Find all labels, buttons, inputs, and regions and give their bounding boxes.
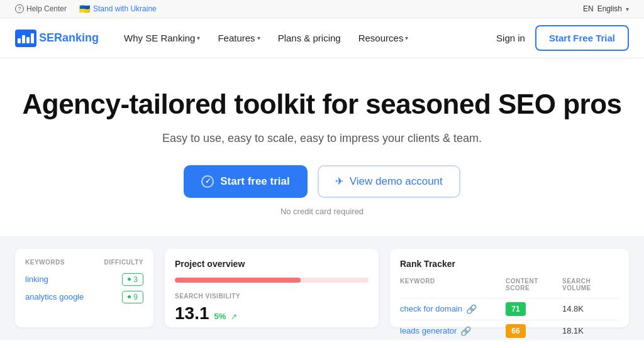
sign-in-link[interactable]: Sign in <box>496 33 525 43</box>
chevron-down-icon: ▾ <box>405 35 408 41</box>
keywords-card: KEYWORDS DIFFICULTY linking 3 analytics … <box>15 249 153 327</box>
hero-headline: Agency-tailored toolkit for seasoned SEO… <box>15 89 629 121</box>
progress-bar-fill <box>175 278 301 283</box>
rank-row-2: leads generator 🔗 66 18.1K <box>400 320 619 340</box>
logo-icon <box>15 30 36 47</box>
check-circle-icon: ✓ <box>201 175 214 188</box>
keywords-col-label: KEYWORDS <box>25 259 65 266</box>
keyword-row-2: analytics google 9 <box>25 291 143 303</box>
trend-arrow-icon: ↗ <box>231 312 237 321</box>
rank-volume-col: SEARCH VOLUME <box>562 278 619 291</box>
help-label[interactable]: Help Center <box>26 4 67 13</box>
rank-table-header: KEYWORD CONTENT SCORE SEARCH VOLUME <box>400 278 619 291</box>
logo-bar-2 <box>22 35 25 43</box>
progress-bar <box>175 278 369 283</box>
rank-card-title: Rank Tracker <box>400 259 619 269</box>
navbar: SERanking Why SE Ranking ▾ Features ▾ Pl… <box>0 18 644 58</box>
topbar: ? Help Center 🇺🇦 Stand with Ukraine EN E… <box>0 0 644 18</box>
project-card-title: Project overview <box>175 259 369 269</box>
view-demo-button[interactable]: ✈ View demo account <box>318 165 460 198</box>
search-visibility-label: SEARCH VISIBILITY <box>175 293 369 300</box>
nav-links: Why SE Ranking ▾ Features ▾ Plans & pric… <box>116 28 496 48</box>
keyword-link-1[interactable]: linking <box>25 275 48 284</box>
lang-full[interactable]: English <box>597 4 622 13</box>
chevron-down-icon: ▾ <box>197 35 200 41</box>
hero-subheadline: Easy to use, easy to scale, easy to impr… <box>15 132 629 145</box>
chevron-down-icon: ▾ <box>257 35 260 41</box>
rank-keyword-2[interactable]: leads generator <box>400 326 457 335</box>
metric-value: 13.1 5% ↗ <box>175 303 369 324</box>
search-volume-1: 14.8K <box>562 304 619 313</box>
logo-bar-4 <box>31 33 34 43</box>
keyword-row-1: linking 3 <box>25 273 143 286</box>
difficulty-col-label: DIFFICULTY <box>104 259 143 266</box>
difficulty-dot <box>128 278 131 281</box>
help-icon: ? <box>15 4 24 13</box>
start-trial-button[interactable]: Start Free Trial <box>535 25 629 51</box>
metric-percent: 5% <box>214 312 226 321</box>
bottom-section: KEYWORDS DIFFICULTY linking 3 analytics … <box>0 236 644 340</box>
lang-code: EN <box>583 4 594 13</box>
logo-bar-1 <box>18 38 21 43</box>
logo-bar-3 <box>26 37 30 43</box>
nav-right: Sign in Start Free Trial <box>496 25 629 51</box>
start-free-trial-button[interactable]: ✓ Start free trial <box>184 165 308 198</box>
search-volume-2: 18.1K <box>562 326 619 335</box>
rank-keyword-col: KEYWORD <box>400 278 506 291</box>
keyword-link-2[interactable]: analytics google <box>25 292 84 302</box>
send-icon: ✈ <box>335 175 343 187</box>
score-badge-1: 71 <box>506 302 526 316</box>
rank-keyword-1[interactable]: check for domain <box>400 304 462 313</box>
difficulty-badge-1: 3 <box>122 273 143 286</box>
rank-score-col: CONTENT SCORE <box>506 278 562 291</box>
ukraine-link[interactable]: Stand with Ukraine <box>93 4 157 13</box>
nav-item-why[interactable]: Why SE Ranking ▾ <box>116 28 208 48</box>
lang-chevron[interactable]: ▾ <box>626 6 629 13</box>
logo[interactable]: SERanking <box>15 30 99 47</box>
external-link-icon: 🔗 <box>466 304 477 314</box>
rank-tracker-card: Rank Tracker KEYWORD CONTENT SCORE SEARC… <box>390 249 629 327</box>
nav-item-resources[interactable]: Resources ▾ <box>351 28 416 48</box>
hero-section: Agency-tailored toolkit for seasoned SEO… <box>0 58 644 236</box>
project-overview-card: Project overview SEARCH VISIBILITY 13.1 … <box>165 249 379 327</box>
hero-buttons: ✓ Start free trial ✈ View demo account <box>15 165 629 198</box>
rank-row-1: check for domain 🔗 71 14.8K <box>400 298 619 320</box>
nav-item-plans[interactable]: Plans & pricing <box>270 28 348 48</box>
nav-item-features[interactable]: Features ▾ <box>210 28 267 48</box>
no-credit-card-text: No credit card required <box>15 207 629 216</box>
difficulty-badge-2: 9 <box>122 291 143 303</box>
score-badge-2: 66 <box>506 324 526 338</box>
ukraine-flag: 🇺🇦 <box>79 4 90 14</box>
external-link-icon: 🔗 <box>460 326 471 336</box>
metric-number: 13.1 <box>175 303 209 324</box>
logo-text: SERanking <box>39 31 99 45</box>
difficulty-dot <box>128 295 131 298</box>
